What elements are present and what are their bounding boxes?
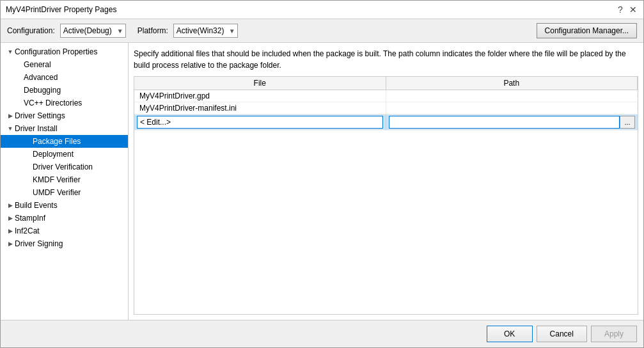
sidebar-item-debugging[interactable]: Debugging [1,84,128,97]
sidebar-item-deployment[interactable]: Deployment [1,148,128,161]
help-button[interactable]: ? [615,4,625,15]
sidebar-package-files-label: Package Files [33,137,81,146]
description-text: Specify additional files that should be … [134,48,638,71]
file-cell-1: MyV4PrintDriver-manifest.ini [134,102,386,114]
platform-select-wrapper[interactable]: Active(Win32) ▼ [173,24,238,38]
sidebar-item-driver-settings[interactable]: ▶ Driver Settings [1,109,128,122]
title-bar-buttons: ? ✕ [615,4,638,15]
sidebar-advanced-label: Advanced [24,73,58,82]
sidebar-vcpp-label: VC++ Directories [24,99,82,107]
sidebar-item-package-files[interactable]: Package Files [1,135,128,148]
config-manager-button[interactable]: Configuration Manager... [537,23,637,38]
sidebar-item-stampinf[interactable]: ▶ StampInf [1,212,128,225]
apply-button[interactable]: Apply [591,326,637,342]
sidebar-driver-verification-label: Driver Verification [33,162,93,171]
config-row: Configuration: Active(Debug) ▼ Platform:… [1,19,643,43]
inf2cat-expand-icon: ▶ [6,226,15,235]
content-area: Specify additional files that should be … [129,43,643,320]
package-files-expand-icon [24,137,33,146]
file-edit-input[interactable] [137,116,383,129]
driver-install-expand-icon: ▼ [6,124,15,133]
sidebar-driver-install-label: Driver Install [15,124,58,133]
sidebar-item-inf2cat[interactable]: ▶ Inf2Cat [1,225,128,237]
driver-signing-expand-icon: ▶ [6,239,15,248]
sidebar-kmdf-label: KMDF Verifier [33,175,81,184]
path-edit-input[interactable] [389,116,620,129]
file-cell-0: MyV4PrintDriver.gpd [134,90,386,102]
driver-verification-expand-icon [24,162,33,171]
umdf-expand-icon [24,188,33,197]
main-window: MyV4PrintDriver Property Pages ? ✕ Confi… [0,0,644,348]
sidebar-item-driver-install[interactable]: ▼ Driver Install [1,122,128,135]
sidebar-driver-signing-label: Driver Signing [15,239,63,248]
driver-settings-expand-icon: ▶ [6,111,15,120]
window-title: MyV4PrintDriver Property Pages [6,5,116,14]
table-row: MyV4PrintDriver.gpd [134,90,638,102]
sidebar-item-vcpp[interactable]: VC++ Directories [1,97,128,109]
sidebar-driver-settings-label: Driver Settings [15,111,65,120]
close-button[interactable]: ✕ [628,4,638,15]
config-select[interactable]: Active(Debug) [60,24,126,38]
sidebar-inf2cat-label: Inf2Cat [15,226,40,235]
sidebar: ▼ Configuration Properties General Advan [1,43,129,320]
browse-button[interactable]: ... [620,116,635,129]
table-header: File Path [134,77,638,90]
config-select-wrapper[interactable]: Active(Debug) ▼ [60,24,126,38]
sidebar-item-driver-verification[interactable]: Driver Verification [1,161,128,173]
file-table: File Path MyV4PrintDriver.gpd MyV4PrintD… [134,76,638,315]
sidebar-item-umdf-verifier[interactable]: UMDF Verifier [1,186,128,199]
config-label: Configuration: [7,26,55,35]
sidebar-item-advanced[interactable]: Advanced [1,71,128,84]
sidebar-item-root[interactable]: ▼ Configuration Properties [1,45,128,58]
sidebar-item-build-events[interactable]: ▶ Build Events [1,199,128,212]
sidebar-item-driver-signing[interactable]: ▶ Driver Signing [1,237,128,250]
general-expand-icon [15,60,24,69]
sidebar-stampinf-label: StampInf [15,214,45,223]
table-row: MyV4PrintDriver-manifest.ini [134,102,638,115]
edit-row: ... [134,115,638,130]
platform-label: Platform: [137,26,168,35]
col-path-header: Path [386,77,638,90]
sidebar-build-events-label: Build Events [15,201,58,210]
tree-root: ▼ Configuration Properties General Advan [1,45,128,250]
path-cell-1 [386,107,638,109]
bottom-bar: OK Cancel Apply [1,320,643,347]
main-area: ▼ Configuration Properties General Advan [1,43,643,320]
sidebar-general-label: General [24,60,51,69]
sidebar-umdf-label: UMDF Verifier [33,188,81,197]
title-bar: MyV4PrintDriver Property Pages ? ✕ [1,1,643,19]
root-expand-icon: ▼ [6,47,15,56]
build-events-expand-icon: ▶ [6,201,15,210]
sidebar-item-general[interactable]: General [1,58,128,71]
sidebar-debugging-label: Debugging [24,86,61,95]
cancel-button[interactable]: Cancel [537,326,587,342]
ok-button[interactable]: OK [487,326,533,342]
advanced-expand-icon [15,73,24,82]
path-cell-0 [386,95,638,97]
col-file-header: File [134,77,386,90]
vcpp-expand-icon [15,99,24,107]
platform-select[interactable]: Active(Win32) [173,24,238,38]
debugging-expand-icon [15,86,24,95]
sidebar-deployment-label: Deployment [33,150,74,159]
stampinf-expand-icon: ▶ [6,214,15,223]
sidebar-item-kmdf-verifier[interactable]: KMDF Verifier [1,173,128,186]
sidebar-root-label: Configuration Properties [15,47,97,56]
kmdf-expand-icon [24,175,33,184]
deployment-expand-icon [24,150,33,159]
